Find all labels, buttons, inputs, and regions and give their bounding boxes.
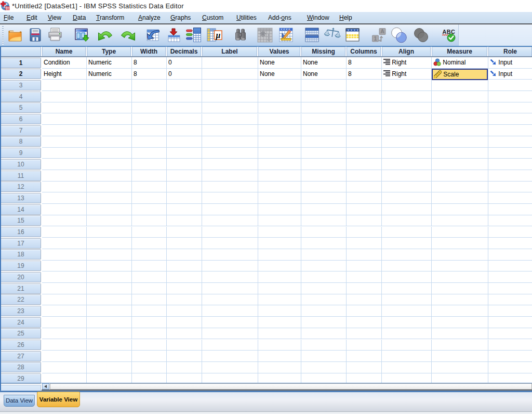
svg-text:A: A	[380, 28, 384, 34]
svg-text:ABC: ABC	[442, 29, 455, 35]
svg-text:μ: μ	[216, 31, 221, 40]
svg-text:1: 1	[374, 35, 377, 42]
